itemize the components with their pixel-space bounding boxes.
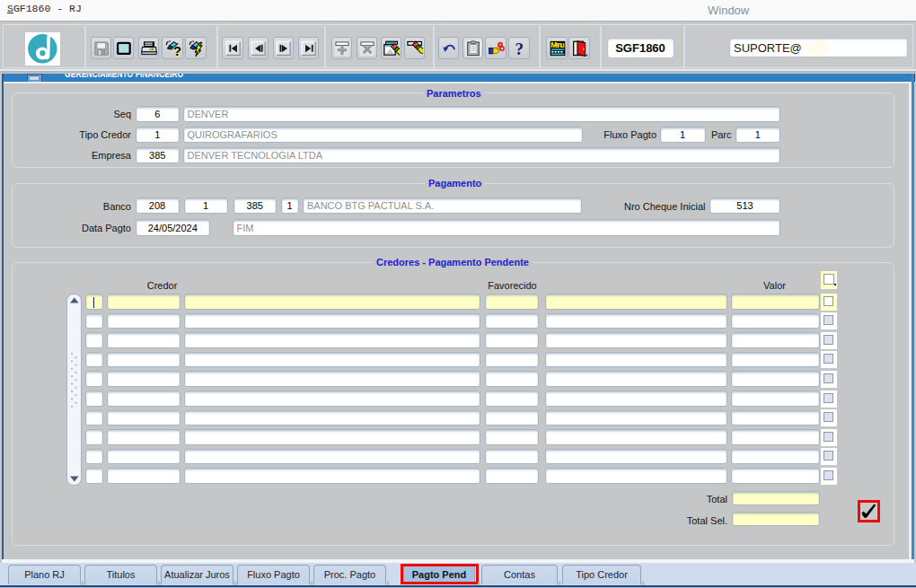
svg-text:?: ? [515, 40, 524, 57]
svg-text:?: ? [172, 44, 181, 57]
svg-text:Menu: Menu [550, 40, 564, 49]
